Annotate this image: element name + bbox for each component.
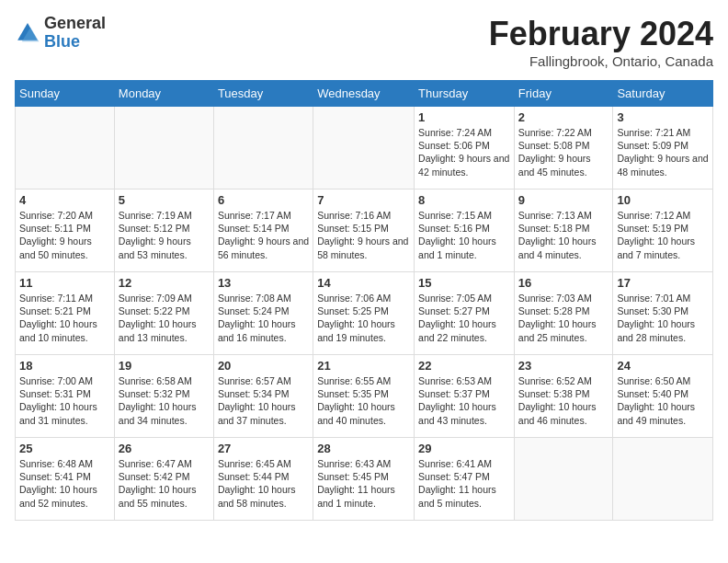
calendar-cell: 20Sunrise: 6:57 AM Sunset: 5:34 PM Dayli…	[213, 355, 313, 438]
calendar-cell	[613, 438, 713, 521]
day-info: Sunrise: 7:09 AM Sunset: 5:22 PM Dayligh…	[119, 292, 210, 344]
day-number: 24	[617, 359, 709, 373]
calendar-cell: 12Sunrise: 7:09 AM Sunset: 5:22 PM Dayli…	[114, 272, 213, 355]
calendar-cell: 6Sunrise: 7:17 AM Sunset: 5:14 PM Daylig…	[213, 190, 313, 272]
day-info: Sunrise: 7:17 AM Sunset: 5:14 PM Dayligh…	[218, 209, 309, 261]
calendar-cell: 2Sunrise: 7:22 AM Sunset: 5:08 PM Daylig…	[514, 107, 613, 190]
calendar-cell: 13Sunrise: 7:08 AM Sunset: 5:24 PM Dayli…	[213, 272, 313, 355]
day-info: Sunrise: 7:05 AM Sunset: 5:27 PM Dayligh…	[418, 292, 510, 344]
calendar-cell: 22Sunrise: 6:53 AM Sunset: 5:37 PM Dayli…	[415, 355, 515, 438]
calendar-cell: 15Sunrise: 7:05 AM Sunset: 5:27 PM Dayli…	[415, 272, 515, 355]
day-number: 20	[218, 359, 309, 373]
day-number: 9	[518, 193, 609, 207]
day-info: Sunrise: 7:20 AM Sunset: 5:11 PM Dayligh…	[19, 209, 110, 261]
weekday-header-friday: Friday	[514, 81, 613, 107]
day-info: Sunrise: 6:53 AM Sunset: 5:37 PM Dayligh…	[418, 374, 510, 427]
day-number: 28	[317, 442, 410, 455]
calendar-cell: 8Sunrise: 7:15 AM Sunset: 5:16 PM Daylig…	[415, 190, 515, 272]
weekday-header-saturday: Saturday	[613, 81, 713, 107]
day-info: Sunrise: 6:55 AM Sunset: 5:35 PM Dayligh…	[317, 374, 410, 427]
day-number: 26	[119, 442, 210, 455]
day-info: Sunrise: 6:47 AM Sunset: 5:42 PM Dayligh…	[119, 457, 210, 510]
week-row-2: 11Sunrise: 7:11 AM Sunset: 5:21 PM Dayli…	[16, 272, 713, 355]
weekday-header-thursday: Thursday	[415, 81, 515, 107]
weekday-header-tuesday: Tuesday	[213, 81, 313, 107]
day-info: Sunrise: 7:24 AM Sunset: 5:06 PM Dayligh…	[418, 126, 510, 178]
calendar-cell: 28Sunrise: 6:43 AM Sunset: 5:45 PM Dayli…	[313, 438, 415, 521]
day-number: 1	[418, 110, 510, 124]
calendar-cell: 26Sunrise: 6:47 AM Sunset: 5:42 PM Dayli…	[114, 438, 213, 521]
day-number: 2	[518, 110, 609, 124]
title-area: February 2024 Fallingbrook, Ontario, Can…	[489, 15, 713, 69]
calendar-cell	[16, 107, 115, 190]
day-info: Sunrise: 7:13 AM Sunset: 5:18 PM Dayligh…	[518, 209, 609, 261]
day-number: 8	[418, 193, 510, 207]
day-info: Sunrise: 7:16 AM Sunset: 5:15 PM Dayligh…	[317, 209, 410, 261]
day-number: 17	[617, 276, 709, 290]
day-number: 22	[418, 359, 510, 373]
day-number: 23	[518, 359, 609, 373]
calendar-cell	[213, 107, 313, 190]
logo-icon	[15, 20, 40, 46]
day-info: Sunrise: 6:41 AM Sunset: 5:47 PM Dayligh…	[418, 457, 510, 510]
day-info: Sunrise: 7:22 AM Sunset: 5:08 PM Dayligh…	[518, 126, 609, 178]
day-number: 27	[218, 442, 309, 455]
day-info: Sunrise: 7:12 AM Sunset: 5:19 PM Dayligh…	[617, 209, 709, 261]
day-info: Sunrise: 7:00 AM Sunset: 5:31 PM Dayligh…	[19, 374, 110, 427]
day-number: 7	[317, 193, 410, 207]
day-number: 15	[418, 276, 510, 290]
calendar-cell	[114, 107, 213, 190]
day-info: Sunrise: 6:43 AM Sunset: 5:45 PM Dayligh…	[317, 457, 410, 510]
week-row-0: 1Sunrise: 7:24 AM Sunset: 5:06 PM Daylig…	[16, 107, 713, 190]
calendar-cell: 11Sunrise: 7:11 AM Sunset: 5:21 PM Dayli…	[16, 272, 115, 355]
day-number: 4	[19, 193, 110, 207]
calendar-cell: 18Sunrise: 7:00 AM Sunset: 5:31 PM Dayli…	[16, 355, 115, 438]
calendar-cell: 23Sunrise: 6:52 AM Sunset: 5:38 PM Dayli…	[514, 355, 613, 438]
week-row-1: 4Sunrise: 7:20 AM Sunset: 5:11 PM Daylig…	[16, 190, 713, 272]
day-info: Sunrise: 7:11 AM Sunset: 5:21 PM Dayligh…	[19, 292, 110, 344]
week-row-4: 25Sunrise: 6:48 AM Sunset: 5:41 PM Dayli…	[16, 438, 713, 521]
calendar-cell: 19Sunrise: 6:58 AM Sunset: 5:32 PM Dayli…	[114, 355, 213, 438]
day-info: Sunrise: 7:08 AM Sunset: 5:24 PM Dayligh…	[218, 292, 309, 344]
day-info: Sunrise: 7:19 AM Sunset: 5:12 PM Dayligh…	[119, 209, 210, 261]
calendar-cell: 3Sunrise: 7:21 AM Sunset: 5:09 PM Daylig…	[613, 107, 713, 190]
calendar-cell: 14Sunrise: 7:06 AM Sunset: 5:25 PM Dayli…	[313, 272, 415, 355]
day-number: 12	[119, 276, 210, 290]
calendar-cell: 4Sunrise: 7:20 AM Sunset: 5:11 PM Daylig…	[16, 190, 115, 272]
month-title: February 2024	[489, 15, 713, 53]
calendar-cell: 21Sunrise: 6:55 AM Sunset: 5:35 PM Dayli…	[313, 355, 415, 438]
day-info: Sunrise: 6:57 AM Sunset: 5:34 PM Dayligh…	[218, 374, 309, 427]
day-info: Sunrise: 6:50 AM Sunset: 5:40 PM Dayligh…	[617, 374, 709, 427]
week-row-3: 18Sunrise: 7:00 AM Sunset: 5:31 PM Dayli…	[16, 355, 713, 438]
day-info: Sunrise: 6:48 AM Sunset: 5:41 PM Dayligh…	[19, 457, 110, 510]
day-number: 21	[317, 359, 410, 373]
weekday-header-sunday: Sunday	[16, 81, 115, 107]
logo-text: General Blue	[44, 15, 106, 52]
calendar-cell: 5Sunrise: 7:19 AM Sunset: 5:12 PM Daylig…	[114, 190, 213, 272]
calendar-table: SundayMondayTuesdayWednesdayThursdayFrid…	[15, 80, 713, 521]
calendar-cell: 9Sunrise: 7:13 AM Sunset: 5:18 PM Daylig…	[514, 190, 613, 272]
location-title: Fallingbrook, Ontario, Canada	[489, 53, 713, 69]
calendar-cell: 17Sunrise: 7:01 AM Sunset: 5:30 PM Dayli…	[613, 272, 713, 355]
day-number: 16	[518, 276, 609, 290]
day-number: 6	[218, 193, 309, 207]
logo-general: General	[44, 14, 106, 32]
day-number: 5	[119, 193, 210, 207]
day-info: Sunrise: 7:03 AM Sunset: 5:28 PM Dayligh…	[518, 292, 609, 344]
day-number: 3	[617, 110, 709, 124]
day-number: 13	[218, 276, 309, 290]
calendar-cell	[313, 107, 415, 190]
day-info: Sunrise: 7:15 AM Sunset: 5:16 PM Dayligh…	[418, 209, 510, 261]
day-info: Sunrise: 6:45 AM Sunset: 5:44 PM Dayligh…	[218, 457, 309, 510]
weekday-header-wednesday: Wednesday	[313, 81, 415, 107]
day-info: Sunrise: 7:21 AM Sunset: 5:09 PM Dayligh…	[617, 126, 709, 178]
day-number: 18	[19, 359, 110, 373]
calendar-cell: 16Sunrise: 7:03 AM Sunset: 5:28 PM Dayli…	[514, 272, 613, 355]
day-info: Sunrise: 6:58 AM Sunset: 5:32 PM Dayligh…	[119, 374, 210, 427]
calendar-cell: 24Sunrise: 6:50 AM Sunset: 5:40 PM Dayli…	[613, 355, 713, 438]
calendar-cell	[514, 438, 613, 521]
calendar-cell: 25Sunrise: 6:48 AM Sunset: 5:41 PM Dayli…	[16, 438, 115, 521]
calendar-cell: 27Sunrise: 6:45 AM Sunset: 5:44 PM Dayli…	[213, 438, 313, 521]
calendar-cell: 1Sunrise: 7:24 AM Sunset: 5:06 PM Daylig…	[415, 107, 515, 190]
calendar-cell: 10Sunrise: 7:12 AM Sunset: 5:19 PM Dayli…	[613, 190, 713, 272]
